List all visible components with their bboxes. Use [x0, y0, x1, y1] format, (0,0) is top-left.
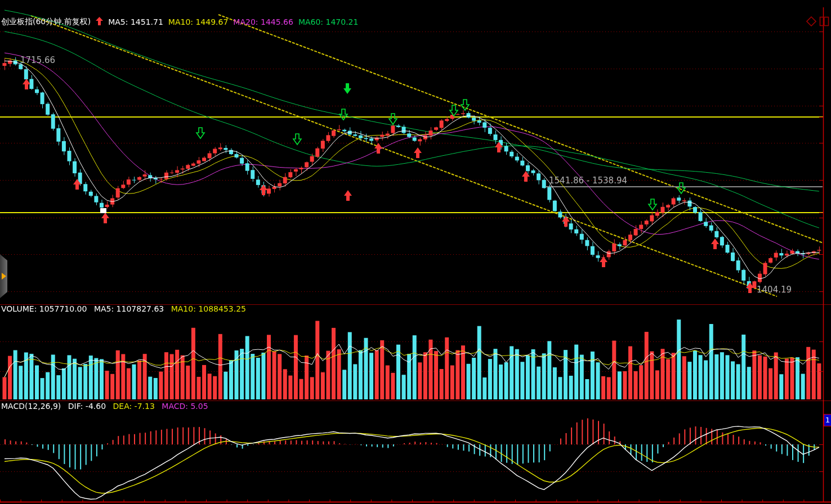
chart-canvas[interactable]	[0, 0, 831, 504]
volume-ma10: MA10: 1088453.25	[171, 304, 246, 313]
chart-corner-icons	[803, 16, 829, 26]
price-label-low: 1404.19	[757, 285, 792, 295]
expand-arrow-icon	[2, 273, 6, 280]
macd-dif: DIF: -4.60	[68, 402, 106, 411]
macd-dea: DEA: -7.13	[113, 402, 155, 411]
trading-app-window: 系统功能报价分析扩展行情资讯工具帮助 期权模拟 坚持实盘交易·理性投资 创业板指…	[0, 0, 831, 504]
symbol-period-title: 创业板指(60分钟.前复权)	[1, 17, 91, 27]
macd-title-row: MACD(12,26,9) DIF: -4.60 DEA: -7.13 MACD…	[1, 402, 213, 411]
split-layout-icon[interactable]	[819, 16, 829, 26]
trend-up-arrow-icon	[96, 17, 103, 27]
diamond-icon[interactable]	[806, 16, 816, 26]
sidebar-slide-handle[interactable]	[0, 254, 7, 298]
main-chart-title-row: 创业板指(60分钟.前复权) MA5: 1451.71 MA10: 1449.6…	[1, 17, 363, 27]
macd-value: MACD: 5.05	[162, 402, 208, 411]
volume-value: VOLUME: 1057710.00	[1, 304, 87, 313]
price-label-range: 1541.86 - 1538.94	[549, 176, 627, 186]
ma20-label: MA20: 1445.66	[233, 17, 293, 26]
macd-params: MACD(12,26,9)	[1, 402, 61, 411]
page-indicator[interactable]: 1	[824, 414, 831, 426]
volume-ma5: MA5: 1107827.63	[94, 304, 164, 313]
volume-title-row: VOLUME: 1057710.00 MA5: 1107827.63 MA10:…	[1, 304, 251, 313]
ma10-label: MA10: 1449.67	[168, 17, 229, 26]
price-label-high: 1715.66	[20, 55, 55, 65]
ma60-label: MA60: 1470.21	[298, 17, 359, 26]
ma5-label: MA5: 1451.71	[108, 17, 163, 26]
